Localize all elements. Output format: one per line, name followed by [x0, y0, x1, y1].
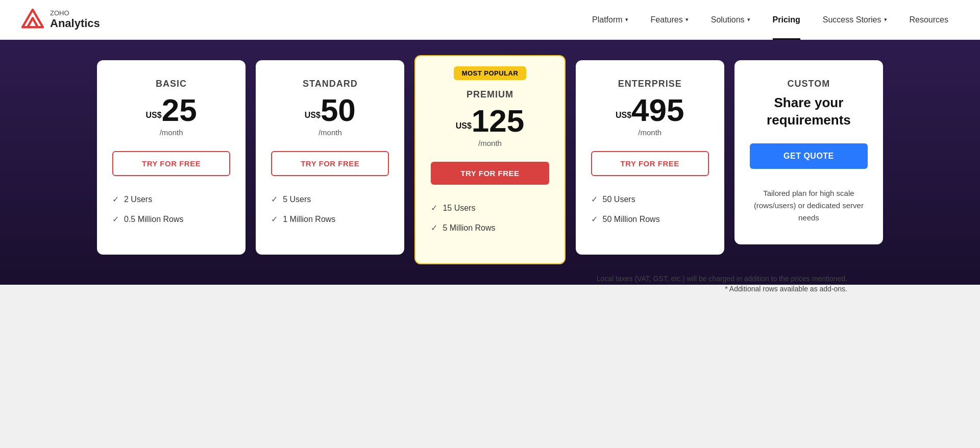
basic-price-row: US$25 [112, 94, 230, 126]
standard-feature-rows: ✓ 1 Million Rows [271, 214, 389, 224]
enterprise-plan-name: ENTERPRISE [591, 79, 709, 89]
enterprise-features: ✓ 50 Users ✓ 50 Million Rows [591, 194, 709, 224]
success-stories-arrow: ▾ [884, 16, 887, 23]
custom-share-text: Share your requirements [750, 94, 868, 129]
premium-features: ✓ 15 Users ✓ 5 Million Rows [431, 203, 549, 233]
nav-resources[interactable]: Resources [898, 0, 960, 40]
premium-plan-name: PREMIUM [431, 89, 549, 100]
plan-enterprise: ENTERPRISE US$495 /month TRY FOR FREE ✓ … [576, 60, 724, 255]
enterprise-price-row: US$495 [591, 94, 709, 126]
basic-features: ✓ 2 Users ✓ 0.5 Million Rows [112, 194, 230, 224]
nav-links: Platform ▾ Features ▾ Solutions ▾ Pricin… [581, 0, 960, 40]
standard-period: /month [271, 128, 389, 137]
plan-custom: CUSTOM Share your requirements GET QUOTE… [734, 60, 883, 244]
basic-plan-name: BASIC [112, 79, 230, 89]
footer-notes: Local taxes (VAT, GST, etc.) will be cha… [92, 264, 888, 293]
standard-features: ✓ 5 Users ✓ 1 Million Rows [271, 194, 389, 224]
plan-basic: BASIC US$25 /month TRY FOR FREE ✓ 2 User… [97, 60, 246, 255]
custom-description: Tailored plan for high scale (rows/users… [750, 187, 868, 224]
premium-period: /month [431, 139, 549, 147]
enterprise-feature-users: ✓ 50 Users [591, 194, 709, 204]
custom-cta-button[interactable]: GET QUOTE [750, 143, 868, 169]
enterprise-price: 495 [631, 92, 684, 128]
logo-analytics-text: Analytics [50, 17, 100, 30]
check-icon: ✓ [591, 194, 598, 204]
premium-feature-rows: ✓ 5 Million Rows [431, 223, 549, 233]
premium-currency: US$ [456, 121, 472, 130]
enterprise-feature-rows: ✓ 50 Million Rows [591, 214, 709, 224]
basic-feature-users: ✓ 2 Users [112, 194, 230, 204]
solutions-arrow: ▾ [747, 16, 750, 23]
nav-features[interactable]: Features ▾ [640, 0, 700, 40]
nav-success-stories[interactable]: Success Stories ▾ [812, 0, 898, 40]
basic-feature-rows: ✓ 0.5 Million Rows [112, 214, 230, 224]
premium-feature-users: ✓ 15 Users [431, 203, 549, 213]
check-icon: ✓ [431, 223, 437, 233]
nav-pricing[interactable]: Pricing [762, 0, 812, 40]
tax-note: Local taxes (VAT, GST, etc.) will be cha… [133, 275, 847, 283]
standard-price-row: US$50 [271, 94, 389, 126]
standard-currency: US$ [305, 111, 321, 119]
basic-cta-button[interactable]: TRY FOR FREE [112, 151, 230, 176]
platform-arrow: ▾ [625, 16, 628, 23]
enterprise-cta-button[interactable]: TRY FOR FREE [591, 151, 709, 176]
plans-container: BASIC US$25 /month TRY FOR FREE ✓ 2 User… [92, 60, 888, 264]
basic-period: /month [112, 128, 230, 137]
check-icon: ✓ [271, 194, 278, 204]
basic-price: 25 [162, 92, 197, 128]
check-icon: ✓ [271, 214, 278, 224]
premium-price: 125 [472, 103, 524, 138]
logo-zoho-text: ZOHO [50, 10, 100, 17]
check-icon: ✓ [112, 214, 119, 224]
standard-feature-users: ✓ 5 Users [271, 194, 389, 204]
premium-price-row: US$125 [431, 105, 549, 137]
logo-icon [20, 8, 45, 32]
most-popular-badge: MOST POPULAR [454, 66, 527, 80]
check-icon: ✓ [591, 214, 598, 224]
nav-platform[interactable]: Platform ▾ [581, 0, 640, 40]
nav-solutions[interactable]: Solutions ▾ [700, 0, 762, 40]
premium-cta-button[interactable]: TRY FOR FREE [431, 162, 549, 185]
addon-note: * Additional rows available as add-ons. [133, 285, 847, 293]
logo[interactable]: ZOHO Analytics [20, 8, 100, 32]
plan-premium: MOST POPULAR PREMIUM US$125 /month TRY F… [414, 55, 565, 264]
standard-cta-button[interactable]: TRY FOR FREE [271, 151, 389, 176]
pricing-section: BASIC US$25 /month TRY FOR FREE ✓ 2 User… [0, 40, 980, 448]
custom-plan-name: CUSTOM [750, 79, 868, 89]
navbar: ZOHO Analytics Platform ▾ Features ▾ Sol… [0, 0, 980, 40]
features-arrow: ▾ [685, 16, 689, 23]
standard-price: 50 [321, 92, 356, 128]
enterprise-currency: US$ [616, 111, 631, 119]
enterprise-period: /month [591, 128, 709, 137]
standard-plan-name: STANDARD [271, 79, 389, 89]
check-icon: ✓ [431, 203, 437, 213]
plan-standard: STANDARD US$50 /month TRY FOR FREE ✓ 5 U… [256, 60, 404, 255]
basic-currency: US$ [146, 111, 162, 119]
check-icon: ✓ [112, 194, 119, 204]
